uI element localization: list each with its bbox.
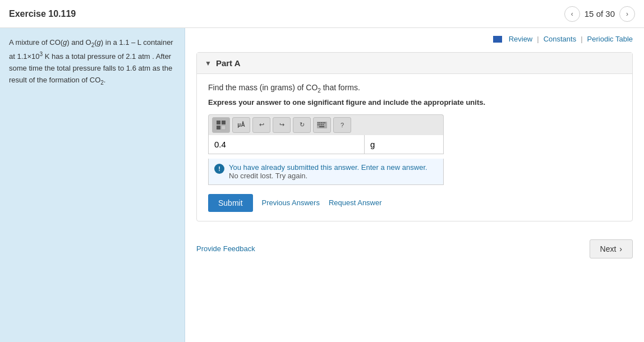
part-a-section: ▼ Part A Find the mass (in grams) of CO2… xyxy=(196,52,633,221)
refresh-button[interactable]: ↻ xyxy=(293,117,311,133)
separator2: | xyxy=(581,35,582,43)
svg-rect-10 xyxy=(318,124,319,125)
answer-input-row xyxy=(208,135,444,154)
info-text-content: You have already submitted this answer. … xyxy=(229,163,427,180)
info-line1: You have already submitted this answer. … xyxy=(229,163,427,172)
svg-rect-9 xyxy=(324,122,325,123)
previous-answers-link[interactable]: Previous Answers xyxy=(262,198,320,207)
instruction-text: Express your answer to one significant f… xyxy=(208,98,621,107)
grid-icon-button[interactable] xyxy=(212,117,230,133)
redo-button[interactable]: ↪ xyxy=(273,117,291,133)
separator1: | xyxy=(537,35,539,43)
svg-rect-7 xyxy=(321,122,322,123)
svg-rect-14 xyxy=(319,126,324,127)
svg-rect-1 xyxy=(222,121,226,124)
svg-rect-2 xyxy=(217,126,220,130)
answer-toolbar: μÅ ↩ ↪ ↻ xyxy=(208,114,444,135)
main-layout: A mixture of CO(g) and O2(g) in a 1.1 – … xyxy=(0,28,644,342)
resource-links: Review | Constants | Periodic Table xyxy=(185,28,644,48)
nav-count: 15 of 30 xyxy=(585,9,615,19)
main-content: Review | Constants | Periodic Table ▼ Pa… xyxy=(185,28,644,342)
review-link[interactable]: Review xyxy=(509,35,533,43)
part-a-header[interactable]: ▼ Part A xyxy=(197,53,632,74)
constants-link[interactable]: Constants xyxy=(544,35,577,43)
part-a-label: Part A xyxy=(216,58,241,68)
svg-rect-13 xyxy=(323,124,324,125)
provide-feedback-link[interactable]: Provide Feedback xyxy=(196,244,255,253)
request-answer-link[interactable]: Request Answer xyxy=(329,198,382,207)
submit-row: Submit Previous Answers Request Answer xyxy=(208,194,621,212)
svg-rect-6 xyxy=(319,122,320,123)
svg-rect-11 xyxy=(319,124,320,125)
info-message: ! You have already submitted this answer… xyxy=(208,159,444,185)
exercise-title: Exercise 10.119 xyxy=(9,9,76,19)
prev-nav-button[interactable]: ‹ xyxy=(564,6,580,22)
periodic-table-link[interactable]: Periodic Table xyxy=(587,35,633,43)
next-chevron-icon: › xyxy=(619,244,622,253)
undo-button[interactable]: ↩ xyxy=(252,117,270,133)
page-header: Exercise 10.119 ‹ 15 of 30 › xyxy=(0,0,644,28)
svg-rect-12 xyxy=(321,124,322,125)
collapse-arrow-icon: ▼ xyxy=(205,59,211,67)
part-a-body: Find the mass (in grams) of CO2 that for… xyxy=(197,74,632,221)
info-icon: ! xyxy=(214,164,224,174)
submitted-answer-link[interactable]: You have already submitted this answer. … xyxy=(229,163,427,172)
svg-rect-5 xyxy=(318,122,319,123)
info-line2: No credit lost. Try again. xyxy=(229,172,307,180)
unit-input[interactable] xyxy=(365,135,443,154)
keyboard-button[interactable] xyxy=(313,117,331,133)
help-button[interactable]: ? xyxy=(333,117,351,133)
question-text: Find the mass (in grams) of CO2 that for… xyxy=(208,83,621,94)
review-icon xyxy=(493,36,502,43)
svg-rect-0 xyxy=(217,121,220,124)
bottom-bar: Provide Feedback Next › xyxy=(185,233,644,265)
next-button[interactable]: Next › xyxy=(590,239,633,258)
svg-rect-3 xyxy=(222,126,226,130)
svg-rect-8 xyxy=(323,122,324,123)
answer-input[interactable] xyxy=(209,135,365,154)
unit-icon-button[interactable]: μÅ xyxy=(232,117,250,133)
problem-sidebar: A mixture of CO(g) and O2(g) in a 1.1 – … xyxy=(0,28,185,342)
next-label: Next xyxy=(600,244,617,253)
navigation-controls: ‹ 15 of 30 › xyxy=(564,6,635,22)
sidebar-text: A mixture of CO(g) and O2(g) in a 1.1 – … xyxy=(9,37,176,87)
next-nav-button[interactable]: › xyxy=(619,6,635,22)
submit-button[interactable]: Submit xyxy=(208,194,253,212)
